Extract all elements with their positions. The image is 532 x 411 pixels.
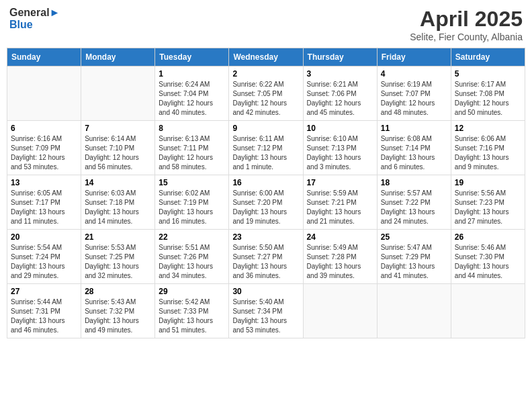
day-number: 10 xyxy=(307,124,373,133)
calendar-cell: 27Sunrise: 5:44 AMSunset: 7:31 PMDayligh… xyxy=(7,284,81,338)
day-info: Sunrise: 6:14 AMSunset: 7:10 PMDaylight:… xyxy=(85,134,151,172)
weekday-header: Friday xyxy=(377,48,451,66)
day-info: Sunrise: 5:44 AMSunset: 7:31 PMDaylight:… xyxy=(11,298,77,335)
calendar-week-row: 27Sunrise: 5:44 AMSunset: 7:31 PMDayligh… xyxy=(7,284,525,338)
title-block: April 2025 Selite, Fier County, Albania xyxy=(410,7,523,42)
calendar-cell: 14Sunrise: 6:03 AMSunset: 7:18 PMDayligh… xyxy=(81,175,155,230)
day-info: Sunrise: 5:42 AMSunset: 7:33 PMDaylight:… xyxy=(159,298,225,335)
calendar-cell: 23Sunrise: 5:50 AMSunset: 7:27 PMDayligh… xyxy=(229,230,303,284)
day-number: 13 xyxy=(11,178,77,187)
day-number: 30 xyxy=(232,287,299,296)
day-number: 9 xyxy=(232,124,299,133)
day-info: Sunrise: 6:21 AMSunset: 7:06 PMDaylight:… xyxy=(307,80,373,118)
day-number: 26 xyxy=(455,232,521,242)
weekday-header: Sunday xyxy=(7,48,81,66)
calendar-cell xyxy=(303,284,377,338)
calendar-cell: 21Sunrise: 5:53 AMSunset: 7:25 PMDayligh… xyxy=(81,230,155,284)
calendar-cell: 30Sunrise: 5:40 AMSunset: 7:34 PMDayligh… xyxy=(229,284,303,338)
calendar-cell: 29Sunrise: 5:42 AMSunset: 7:33 PMDayligh… xyxy=(155,284,229,338)
calendar-cell: 20Sunrise: 5:54 AMSunset: 7:24 PMDayligh… xyxy=(7,230,81,284)
day-info: Sunrise: 5:51 AMSunset: 7:26 PMDaylight:… xyxy=(159,243,225,281)
weekday-header: Wednesday xyxy=(229,48,303,66)
day-number: 24 xyxy=(307,232,373,242)
calendar-week-row: 1Sunrise: 6:24 AMSunset: 7:04 PMDaylight… xyxy=(7,66,525,121)
day-info: Sunrise: 6:05 AMSunset: 7:17 PMDaylight:… xyxy=(11,189,77,226)
day-number: 12 xyxy=(455,124,521,133)
calendar-cell: 26Sunrise: 5:46 AMSunset: 7:30 PMDayligh… xyxy=(451,230,525,284)
day-number: 8 xyxy=(159,124,225,133)
day-number: 4 xyxy=(381,69,447,79)
calendar-cell: 12Sunrise: 6:06 AMSunset: 7:16 PMDayligh… xyxy=(451,121,525,175)
calendar-cell: 8Sunrise: 6:13 AMSunset: 7:11 PMDaylight… xyxy=(155,121,229,175)
day-info: Sunrise: 6:24 AMSunset: 7:04 PMDaylight:… xyxy=(159,80,225,118)
day-info: Sunrise: 6:06 AMSunset: 7:16 PMDaylight:… xyxy=(455,134,521,172)
day-info: Sunrise: 6:02 AMSunset: 7:19 PMDaylight:… xyxy=(159,189,225,226)
weekday-header-row: SundayMondayTuesdayWednesdayThursdayFrid… xyxy=(7,48,525,66)
logo-text: General► Blue xyxy=(9,7,60,30)
day-number: 27 xyxy=(11,287,77,296)
day-info: Sunrise: 5:56 AMSunset: 7:23 PMDaylight:… xyxy=(455,189,521,226)
day-number: 29 xyxy=(159,287,225,296)
calendar-cell: 5Sunrise: 6:17 AMSunset: 7:08 PMDaylight… xyxy=(451,66,525,121)
day-number: 5 xyxy=(455,69,521,79)
day-info: Sunrise: 5:49 AMSunset: 7:28 PMDaylight:… xyxy=(307,243,373,281)
day-number: 3 xyxy=(307,69,373,79)
day-info: Sunrise: 5:53 AMSunset: 7:25 PMDaylight:… xyxy=(85,243,151,281)
day-info: Sunrise: 6:10 AMSunset: 7:13 PMDaylight:… xyxy=(307,134,373,172)
calendar-cell: 6Sunrise: 6:16 AMSunset: 7:09 PMDaylight… xyxy=(7,121,81,175)
day-info: Sunrise: 5:47 AMSunset: 7:29 PMDaylight:… xyxy=(381,243,447,281)
day-number: 6 xyxy=(11,124,77,133)
day-number: 28 xyxy=(85,287,151,296)
day-number: 14 xyxy=(85,178,151,187)
day-number: 18 xyxy=(381,178,447,187)
day-info: Sunrise: 5:40 AMSunset: 7:34 PMDaylight:… xyxy=(232,298,299,335)
day-number: 16 xyxy=(232,178,299,187)
day-info: Sunrise: 6:19 AMSunset: 7:07 PMDaylight:… xyxy=(381,80,447,118)
calendar-cell: 17Sunrise: 5:59 AMSunset: 7:21 PMDayligh… xyxy=(303,175,377,230)
calendar-cell: 18Sunrise: 5:57 AMSunset: 7:22 PMDayligh… xyxy=(377,175,451,230)
day-number: 11 xyxy=(381,124,447,133)
calendar-cell: 15Sunrise: 6:02 AMSunset: 7:19 PMDayligh… xyxy=(155,175,229,230)
calendar-week-row: 6Sunrise: 6:16 AMSunset: 7:09 PMDaylight… xyxy=(7,121,525,175)
day-number: 25 xyxy=(381,232,447,242)
calendar-cell xyxy=(7,66,81,121)
day-info: Sunrise: 6:11 AMSunset: 7:12 PMDaylight:… xyxy=(232,134,299,172)
calendar-cell: 19Sunrise: 5:56 AMSunset: 7:23 PMDayligh… xyxy=(451,175,525,230)
calendar-cell: 13Sunrise: 6:05 AMSunset: 7:17 PMDayligh… xyxy=(7,175,81,230)
day-number: 19 xyxy=(455,178,521,187)
day-info: Sunrise: 6:17 AMSunset: 7:08 PMDaylight:… xyxy=(455,80,521,118)
day-info: Sunrise: 6:16 AMSunset: 7:09 PMDaylight:… xyxy=(11,134,77,172)
day-info: Sunrise: 5:54 AMSunset: 7:24 PMDaylight:… xyxy=(11,243,77,281)
calendar-cell xyxy=(451,284,525,338)
day-info: Sunrise: 6:00 AMSunset: 7:20 PMDaylight:… xyxy=(232,189,299,226)
location-subtitle: Selite, Fier County, Albania xyxy=(410,32,523,42)
day-info: Sunrise: 5:50 AMSunset: 7:27 PMDaylight:… xyxy=(232,243,299,281)
calendar-cell xyxy=(81,66,155,121)
calendar-cell: 2Sunrise: 6:22 AMSunset: 7:05 PMDaylight… xyxy=(229,66,303,121)
weekday-header: Saturday xyxy=(451,48,525,66)
day-number: 1 xyxy=(159,69,225,79)
day-info: Sunrise: 5:57 AMSunset: 7:22 PMDaylight:… xyxy=(381,189,447,226)
day-info: Sunrise: 6:13 AMSunset: 7:11 PMDaylight:… xyxy=(159,134,225,172)
calendar-cell: 22Sunrise: 5:51 AMSunset: 7:26 PMDayligh… xyxy=(155,230,229,284)
calendar-cell: 16Sunrise: 6:00 AMSunset: 7:20 PMDayligh… xyxy=(229,175,303,230)
calendar-cell: 25Sunrise: 5:47 AMSunset: 7:29 PMDayligh… xyxy=(377,230,451,284)
day-info: Sunrise: 5:59 AMSunset: 7:21 PMDaylight:… xyxy=(307,189,373,226)
day-number: 17 xyxy=(307,178,373,187)
calendar-table: SundayMondayTuesdayWednesdayThursdayFrid… xyxy=(7,48,525,338)
day-number: 22 xyxy=(159,232,225,242)
calendar-cell: 1Sunrise: 6:24 AMSunset: 7:04 PMDaylight… xyxy=(155,66,229,121)
day-info: Sunrise: 5:43 AMSunset: 7:32 PMDaylight:… xyxy=(85,298,151,335)
day-info: Sunrise: 6:08 AMSunset: 7:14 PMDaylight:… xyxy=(381,134,447,172)
day-number: 2 xyxy=(232,69,299,79)
day-number: 21 xyxy=(85,232,151,242)
day-number: 7 xyxy=(85,124,151,133)
calendar-cell xyxy=(377,284,451,338)
month-title: April 2025 xyxy=(410,7,523,32)
page-header: General► Blue April 2025 Selite, Fier Co… xyxy=(7,7,525,42)
calendar-cell: 9Sunrise: 6:11 AMSunset: 7:12 PMDaylight… xyxy=(229,121,303,175)
day-number: 20 xyxy=(11,232,77,242)
calendar-cell: 10Sunrise: 6:10 AMSunset: 7:13 PMDayligh… xyxy=(303,121,377,175)
calendar-cell: 11Sunrise: 6:08 AMSunset: 7:14 PMDayligh… xyxy=(377,121,451,175)
calendar-cell: 28Sunrise: 5:43 AMSunset: 7:32 PMDayligh… xyxy=(81,284,155,338)
